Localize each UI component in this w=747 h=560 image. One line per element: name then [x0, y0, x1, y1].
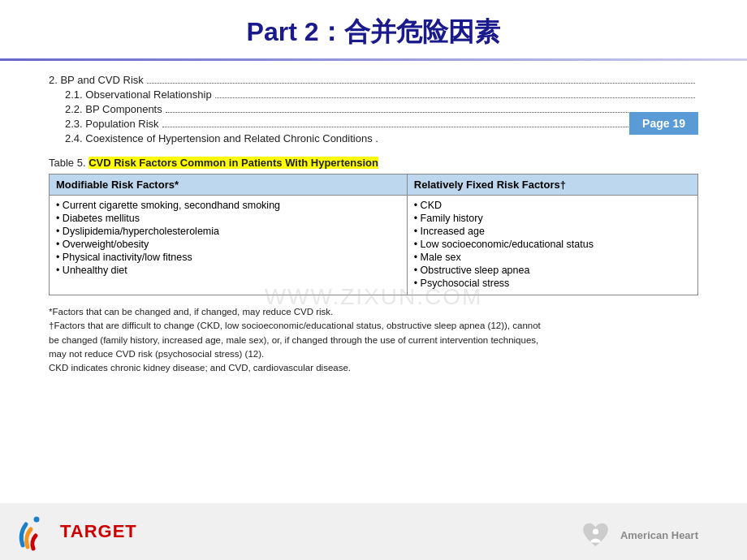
col1-item-3: • Dyslipidemia/hypercholesterolemia — [56, 226, 400, 237]
title-area: Part 2：合并危险因素 — [0, 0, 747, 58]
toc-label-2-3: 2.3. Population Risk — [65, 118, 159, 130]
aha-area: American Heart — [577, 517, 698, 554]
table-header-row: Modifiable Risk Factors* Relatively Fixe… — [50, 174, 698, 196]
target-logo: TARGET — [16, 511, 137, 552]
aha-text: American Heart — [620, 529, 698, 542]
toc-dots-2 — [147, 83, 695, 84]
toc-section2: 2. BP and CVD Risk — [49, 74, 698, 86]
col1-item-1: • Current cigarette smoking, secondhand … — [56, 200, 400, 211]
col1-item-4: • Overweight/obesity — [56, 239, 400, 250]
col1-item-6: • Unhealthy diet — [56, 265, 400, 276]
toc-label-2-4: 2.4. Coexistence of Hypertension and Rel… — [65, 132, 378, 144]
toc-item-2-1: 2.1. Observational Relationship — [49, 88, 698, 101]
bottom-bar: TARGET American Heart — [0, 503, 747, 560]
col2-item-1: • CKD — [414, 200, 691, 211]
toc-label-2-1: 2.1. Observational Relationship — [65, 88, 212, 101]
target-arcs-icon — [16, 511, 57, 552]
col2-header: Relatively Fixed Risk Factors† — [407, 174, 697, 196]
divider — [0, 58, 747, 61]
col2-item-5: • Male sex — [414, 252, 691, 263]
col2-item-7: • Psychosocial stress — [414, 278, 691, 289]
target-text: TARGET — [60, 521, 137, 542]
page-badge: Page 19 — [629, 112, 698, 135]
table-data-row: • Current cigarette smoking, secondhand … — [50, 196, 698, 295]
footnote-line4: may not reduce CVD risk (psychosocial st… — [49, 347, 698, 361]
col2-item-3: • Increased age — [414, 226, 691, 237]
table-caption-highlighted: CVD Risk Factors Common in Patients With… — [89, 157, 378, 169]
main-title: Part 2：合并危险因素 — [16, 15, 731, 50]
col2-item-6: • Obstructive sleep apnea — [414, 265, 691, 276]
table-caption-prefix: Table 5. — [49, 157, 86, 169]
toc-item-2-3: 2.3. Population Risk — [49, 118, 698, 130]
aha-heart-icon — [577, 517, 614, 554]
col1-header: Modifiable Risk Factors* — [50, 174, 408, 196]
footnote-line5: CKD indicates chronic kidney disease; an… — [49, 361, 698, 375]
col1-data: • Current cigarette smoking, secondhand … — [50, 196, 408, 295]
col1-item-2: • Diabetes mellitus — [56, 213, 400, 224]
toc-dots-2-1 — [215, 97, 695, 98]
toc-item-2-4: 2.4. Coexistence of Hypertension and Rel… — [49, 132, 698, 144]
col2-item-2: • Family history — [414, 213, 691, 224]
col2-data: • CKD • Family history • Increased age •… — [407, 196, 697, 295]
svg-point-0 — [34, 517, 40, 523]
footnotes: *Factors that can be changed and, if cha… — [0, 300, 747, 380]
table-caption: Table 5. CVD Risk Factors Common in Pati… — [49, 157, 698, 169]
footnote-line1: *Factors that can be changed and, if cha… — [49, 305, 698, 319]
toc-area: 2. BP and CVD Risk 2.1. Observational Re… — [0, 67, 747, 152]
table-section: Table 5. CVD Risk Factors Common in Pati… — [0, 152, 747, 300]
toc-item-2-2: 2.2. BP Components — [49, 103, 698, 115]
footnote-line3: be changed (family history, increased ag… — [49, 334, 698, 347]
toc-dots-2-2 — [166, 112, 695, 113]
toc-section2-label: 2. BP and CVD Risk — [49, 74, 144, 86]
toc-label-2-2: 2.2. BP Components — [65, 103, 162, 115]
risk-table: Modifiable Risk Factors* Relatively Fixe… — [49, 174, 698, 295]
toc-dots-2-3 — [162, 127, 695, 127]
col1-item-5: • Physical inactivity/low fitness — [56, 252, 400, 263]
footnote-line2: †Factors that are difficult to change (C… — [49, 319, 698, 333]
svg-point-1 — [593, 528, 598, 534]
col2-item-4: • Low socioeconomic/educational status — [414, 239, 691, 250]
